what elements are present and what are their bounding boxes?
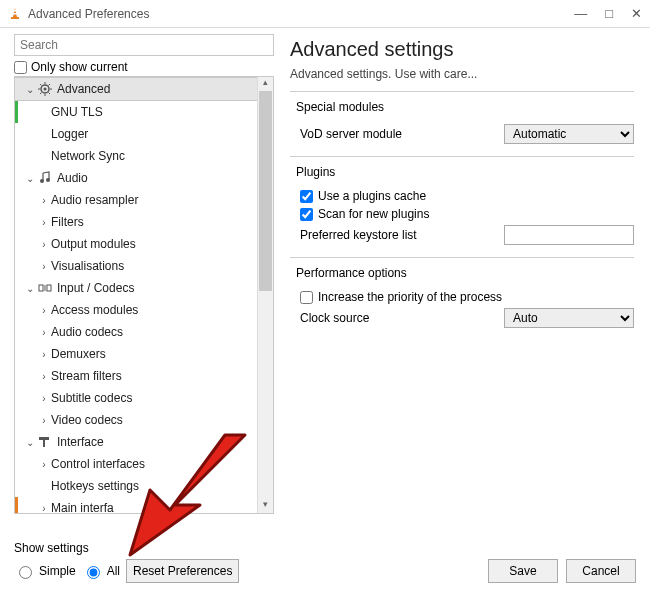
minimize-button[interactable]: — xyxy=(574,6,587,21)
tree-label: Audio codecs xyxy=(51,325,123,339)
tree-item-subtitle-codecs[interactable]: ›Subtitle codecs xyxy=(15,387,257,409)
tree-label: Main interfa xyxy=(51,501,114,513)
caret-right-icon: › xyxy=(37,349,51,360)
scan-new-plugins-label: Scan for new plugins xyxy=(318,207,429,221)
tree-item-visualisations[interactable]: ›Visualisations xyxy=(15,255,257,277)
use-plugins-cache-checkbox[interactable] xyxy=(300,190,313,203)
music-note-icon xyxy=(37,170,53,186)
caret-right-icon: › xyxy=(37,217,51,228)
tree-label: Network Sync xyxy=(51,149,125,163)
group-special-modules: Special modules xyxy=(296,100,634,114)
reset-preferences-button[interactable]: Reset Preferences xyxy=(126,559,239,583)
tree-item-hotkeys-settings[interactable]: Hotkeys settings xyxy=(15,475,257,497)
tree-item-gnu-tls[interactable]: GNU TLS xyxy=(15,101,257,123)
tree-label: GNU TLS xyxy=(51,105,103,119)
caret-right-icon: › xyxy=(37,393,51,404)
tree-item-stream-filters[interactable]: ›Stream filters xyxy=(15,365,257,387)
caret-right-icon: › xyxy=(37,371,51,382)
brush-icon xyxy=(37,434,53,450)
clock-source-select[interactable]: Auto xyxy=(504,308,634,328)
svg-point-6 xyxy=(46,178,50,182)
caret-down-icon: ⌄ xyxy=(23,84,37,95)
caret-right-icon: › xyxy=(37,195,51,206)
increase-priority-label: Increase the priority of the process xyxy=(318,290,502,304)
tree-item-main-interfaces[interactable]: ›Main interfa xyxy=(15,497,257,513)
tree-label: Hotkeys settings xyxy=(51,479,139,493)
maximize-button[interactable]: □ xyxy=(605,6,613,21)
tree-item-logger[interactable]: Logger xyxy=(15,123,257,145)
codec-icon xyxy=(37,280,53,296)
svg-rect-7 xyxy=(39,285,43,291)
tree-item-demuxers[interactable]: ›Demuxers xyxy=(15,343,257,365)
caret-down-icon: ⌄ xyxy=(23,173,37,184)
increase-priority-checkbox[interactable] xyxy=(300,291,313,304)
caret-right-icon: › xyxy=(37,503,51,514)
caret-right-icon: › xyxy=(37,239,51,250)
svg-point-4 xyxy=(44,88,47,91)
tree-label: Visualisations xyxy=(51,259,124,273)
caret-right-icon: › xyxy=(37,261,51,272)
scan-new-plugins-checkbox[interactable] xyxy=(300,208,313,221)
tree-label: Advanced xyxy=(57,82,110,96)
tree-label: Audio resampler xyxy=(51,193,138,207)
caret-down-icon: ⌄ xyxy=(23,283,37,294)
caret-down-icon: ⌄ xyxy=(23,437,37,448)
cancel-button[interactable]: Cancel xyxy=(566,559,636,583)
close-button[interactable]: ✕ xyxy=(631,6,642,21)
group-performance: Performance options xyxy=(296,266,634,280)
tree-item-filters[interactable]: ›Filters xyxy=(15,211,257,233)
tree-label: Demuxers xyxy=(51,347,106,361)
tree-item-video-codecs[interactable]: ›Video codecs xyxy=(15,409,257,431)
tree-item-audio-codecs[interactable]: ›Audio codecs xyxy=(15,321,257,343)
window-title: Advanced Preferences xyxy=(28,7,574,21)
tree-label: Subtitle codecs xyxy=(51,391,132,405)
scroll-down-icon[interactable]: ▾ xyxy=(258,499,273,513)
tree-item-output-modules[interactable]: ›Output modules xyxy=(15,233,257,255)
show-simple-label: Simple xyxy=(39,564,76,578)
tree-item-audio[interactable]: ⌄ Audio xyxy=(15,167,257,189)
tree-label: Access modules xyxy=(51,303,138,317)
settings-tree: ⌄ Advanced GNU TLS Logger Network Sync ⌄… xyxy=(14,76,274,514)
tree-item-access-modules[interactable]: ›Access modules xyxy=(15,299,257,321)
tree-item-input-codecs[interactable]: ⌄ Input / Codecs xyxy=(15,277,257,299)
tree-item-network-sync[interactable]: Network Sync xyxy=(15,145,257,167)
caret-right-icon: › xyxy=(37,327,51,338)
tree-item-audio-resampler[interactable]: ›Audio resampler xyxy=(15,189,257,211)
tree-label: Logger xyxy=(51,127,88,141)
vod-module-label: VoD server module xyxy=(300,127,504,141)
show-simple-radio[interactable] xyxy=(19,566,32,579)
search-input[interactable] xyxy=(14,34,274,56)
tree-label: Stream filters xyxy=(51,369,122,383)
tree-item-interface[interactable]: ⌄ Interface xyxy=(15,431,257,453)
tree-label: Audio xyxy=(57,171,88,185)
save-button[interactable]: Save xyxy=(488,559,558,583)
show-all-radio[interactable] xyxy=(87,566,100,579)
tree-item-control-interfaces[interactable]: ›Control interfaces xyxy=(15,453,257,475)
vod-module-select[interactable]: Automatic xyxy=(504,124,634,144)
gear-icon xyxy=(37,81,53,97)
page-subtitle: Advanced settings. Use with care... xyxy=(290,67,634,81)
caret-right-icon: › xyxy=(37,305,51,316)
tree-scrollbar[interactable]: ▴ ▾ xyxy=(257,77,273,513)
caret-right-icon: › xyxy=(37,415,51,426)
only-show-current-label: Only show current xyxy=(31,60,128,74)
show-all-label: All xyxy=(107,564,120,578)
tree-label: Input / Codecs xyxy=(57,281,134,295)
only-show-current-checkbox[interactable] xyxy=(14,61,27,74)
tree-label: Interface xyxy=(57,435,104,449)
vlc-cone-icon xyxy=(8,7,22,21)
clock-source-label: Clock source xyxy=(300,311,504,325)
svg-rect-0 xyxy=(11,17,19,19)
svg-rect-1 xyxy=(14,10,17,12)
tree-label: Control interfaces xyxy=(51,457,145,471)
scroll-thumb[interactable] xyxy=(259,91,272,291)
tree-label: Video codecs xyxy=(51,413,123,427)
page-title: Advanced settings xyxy=(290,38,634,61)
svg-rect-2 xyxy=(13,13,17,15)
keystore-input[interactable] xyxy=(504,225,634,245)
tree-label: Filters xyxy=(51,215,84,229)
svg-rect-8 xyxy=(47,285,51,291)
scroll-up-icon[interactable]: ▴ xyxy=(258,77,273,91)
keystore-label: Preferred keystore list xyxy=(300,228,504,242)
tree-item-advanced[interactable]: ⌄ Advanced xyxy=(15,77,257,101)
